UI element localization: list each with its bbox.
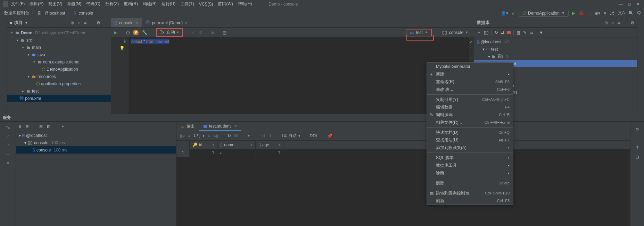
services-console-group-row[interactable]: ▾ ▯▯ console 100 ms [16,139,176,146]
expand-icon[interactable]: ≡ [611,20,614,25]
close-tab-icon[interactable]: ✕ [185,21,188,25]
sort-icon[interactable]: ◆ [250,143,253,146]
resources-folder-row[interactable]: ▾ 🖿 resources [7,73,111,80]
cm-modify-table[interactable]: 修改 表...Ctrl+F6 [427,86,513,93]
cm-find-usages[interactable]: 查找用法(U)Alt+F7 [427,136,513,144]
tab-pom[interactable]: ⓜ pom.xml (Demo) ✕ [142,18,191,27]
db-host-row[interactable]: ⎘ @localhost 1/5 [474,38,637,45]
cm-sql-scripts[interactable]: SQL 脚本▸ [427,154,513,162]
menu-help[interactable]: 帮助(H) [236,0,254,8]
add-icon[interactable]: ＋ [477,29,481,35]
cm-jump-console[interactable]: ▤跳转到查询控制台...Ctrl+Shift+F10 [427,189,513,197]
table-icon[interactable]: ▦ [517,30,520,35]
locate-icon[interactable]: ⊕ [71,20,74,25]
user-icon[interactable]: 👤▾ [501,11,508,16]
translate-icon[interactable]: 文A [618,10,625,16]
list-icon[interactable]: ≡ [0,159,16,168]
cm-quick-doc[interactable]: 快速文档(D)Ctrl+Q [427,129,513,136]
breadcrumb-console[interactable]: console [77,11,94,16]
pin-icon[interactable]: 📌 [327,133,332,138]
menu-refactor[interactable]: 重构(R) [122,0,140,8]
package-row[interactable]: ▾ 🖿 com.example.demo [7,58,111,66]
cm-edit-source[interactable]: ✎编辑源码Ctrl+B [427,111,513,119]
menu-code[interactable]: 代码(C) [84,0,102,8]
sort-icon[interactable]: ◆ [212,143,214,146]
sync-icon[interactable]: ⇄ [501,30,504,35]
grid-col-name[interactable]: ▯ name ◆ [217,141,256,149]
breadcrumb-root[interactable]: 数据库控制台 [3,10,31,16]
edit-icon[interactable]: ✎ [523,30,527,35]
properties-file-row[interactable]: ⬡ application.properties [7,80,111,87]
add-icon[interactable]: ＋ [61,123,65,129]
cm-rename[interactable]: 重命名(R)...Shift+F6 [427,78,513,86]
expand-icon[interactable]: ≡ [77,20,80,25]
close-tab-icon[interactable]: ✕ [234,124,237,128]
duplicate-icon[interactable]: ▯▯ [484,30,489,35]
minimize-icon[interactable]: — [619,2,623,7]
stop-icon[interactable]: ■ [604,11,606,16]
menu-nav[interactable]: 导航(N) [65,0,83,8]
cm-edit-data[interactable]: 编辑数据F4 [427,103,513,111]
cm-diagnostics[interactable]: 诊断▸ [427,169,513,177]
menu-analyze[interactable]: 分析(Z) [103,0,121,8]
pom-file-row[interactable]: ⓜ pom.xml [7,95,111,102]
revert-icon[interactable]: ↺ [262,133,265,138]
ddl-button[interactable]: DDL [310,133,318,138]
debug-icon[interactable]: 🐞 [579,11,584,16]
chevron-down-icon[interactable]: ▼ [25,21,28,25]
gear-icon[interactable]: ⚙ [97,20,100,25]
tab-output[interactable]: ▭ 输出 [176,122,199,131]
tab-result-table[interactable]: ▦ test.student ✕ [199,122,241,131]
refresh-icon[interactable]: ↻ [495,30,498,35]
ddl-icon[interactable]: ▭ [529,30,533,35]
test-folder-row[interactable]: ▸ 🖿 test [7,87,111,95]
java-folder-row[interactable]: ▾ 🖿 java [7,51,111,58]
coverage-icon[interactable]: ⬚ [587,11,591,16]
tab-console[interactable]: ⎘ console ✕ [111,18,142,27]
cm-refresh[interactable]: 刷新Ctrl+F5 [427,197,513,205]
code-editor[interactable]: 1 ✓ 💡 select * from student; ✓ [111,37,474,114]
db-schema-row-test[interactable]: ▾ ▭ test [474,45,637,53]
submit-icon[interactable]: ⬆ [269,133,272,138]
gear-icon[interactable]: ⚙ [630,125,644,134]
console-session-dropdown[interactable]: ▯▯ console ▼ [439,29,471,36]
first-page-icon[interactable]: ▮◂ [180,133,184,138]
history-icon[interactable]: ◷ [126,30,130,35]
schema-dropdown[interactable]: ▭ test ▼ [406,29,431,36]
run-config-dropdown[interactable]: ⬡ DemoApplication ▼ [519,10,569,17]
menu-vcs[interactable]: VCS(S) [197,1,215,7]
cm-database-tools[interactable]: 数据库工具▸ [427,162,513,169]
menu-tools[interactable]: 工具(T) [178,0,196,8]
maximize-icon[interactable]: □ [628,2,631,7]
tx-mode-dropdown[interactable]: Tx: 自动 ▼ [281,133,300,139]
menu-window[interactable]: 窗口(W) [216,0,235,8]
bulb-icon[interactable]: 💡 [119,46,125,51]
vcs-branch-icon[interactable]: ⎇ [610,11,614,16]
grid-row[interactable]: 1 1 a 1 [176,149,630,157]
explain-plan-icon[interactable]: P [133,30,139,35]
hide-icon[interactable]: — [104,20,108,25]
cell-id[interactable]: 1 [190,149,217,157]
check-icon[interactable]: ✓ [0,132,16,141]
close-tab-icon[interactable]: ✕ [135,21,138,25]
tx-mode-dropdown[interactable]: Tx: 自动 ▼ [156,28,183,37]
menu-file[interactable]: 文件(F) [9,0,27,8]
reload-icon[interactable]: ↻ [228,133,231,138]
code-line[interactable]: select * from student; [129,37,173,114]
grid-col-id[interactable]: 🔑 id ◆ [190,141,217,149]
expand-icon[interactable]: ≡ [19,124,21,129]
collapse-icon[interactable]: ≣ [25,124,29,129]
cm-delete[interactable]: 删除Delete [427,179,513,187]
close-icon[interactable]: ✕ [636,2,640,7]
cm-mybatis-generator[interactable]: Mybatis-Generator [427,63,513,70]
next-page-icon[interactable]: ▸ [208,133,210,138]
menu-run[interactable]: 运行(U) [159,0,178,8]
cm-new[interactable]: ＋新建▸ [427,70,513,78]
menu-edit[interactable]: 编辑(E) [27,0,46,8]
run-icon[interactable]: ▶ [114,30,117,35]
stop-icon[interactable] [234,134,238,137]
cm-add-favorites[interactable]: 添加到收藏夹(A)▸ [427,144,513,151]
view-icon[interactable]: ⊡ [630,153,644,162]
profile-icon[interactable]: ◉▾ [595,11,600,16]
gear-icon[interactable]: ⚙ [630,20,634,25]
